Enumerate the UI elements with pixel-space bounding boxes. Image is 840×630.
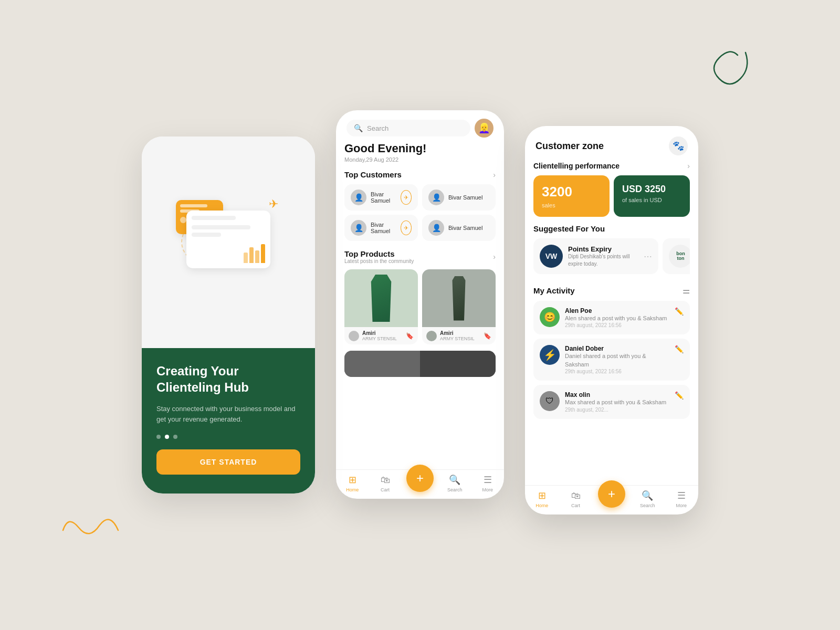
activity-item-2: ⚡ Daniel Dober Daniel shared a post with…: [533, 339, 690, 381]
send-btn-1[interactable]: ✈: [401, 190, 412, 205]
phone3-customer-zone: Customer zone 🐾 Clientelling performance…: [525, 126, 698, 514]
suggestion-desc-1: Dipti Deshikab's points will expire toda…: [568, 253, 638, 268]
stats-row: 3200 sales USD 3250 of sales in USD: [533, 175, 690, 217]
activity-name-2: Daniel Dober: [565, 345, 669, 352]
product-card-1[interactable]: Amiri ARMY STENSIL 🔖: [344, 269, 418, 344]
get-started-button[interactable]: GET STARTED: [156, 449, 300, 475]
spiral-decoration-top: [704, 42, 756, 94]
nav-home-label: Home: [346, 487, 359, 492]
nav3-more-label: More: [676, 503, 687, 508]
customer-avatar-4: 👤: [428, 220, 444, 236]
product-seller-name-2: Amiri: [440, 330, 480, 336]
seller-avatar-2: [426, 331, 437, 341]
top-products-section: Top Products Latest posts in the communi…: [344, 249, 496, 344]
fab-button-3[interactable]: +: [598, 480, 625, 508]
customer-name-4: Bivar Samuel: [448, 225, 482, 231]
more3-icon: ☰: [677, 490, 686, 501]
top-products-title: Top Products: [344, 249, 414, 258]
phone3-content: Clientelling performance › 3200 sales US…: [525, 162, 698, 485]
search-nav-icon: 🔍: [449, 474, 460, 486]
phone2-header: 🔍 Search 👱‍♀️: [336, 110, 504, 142]
activity-desc-3: Max shared a post with you & Saksham: [565, 398, 669, 406]
suggestions-row: VW Points Expiry Dipti Deshikab's points…: [533, 238, 690, 278]
nav-more-label: More: [482, 487, 493, 492]
phone2-home: 🔍 Search 👱‍♀️ Good Evening! Monday,29 Au…: [336, 110, 504, 499]
search-bar[interactable]: 🔍 Search: [346, 120, 470, 136]
phone1-illustration-area: ✈: [142, 136, 315, 348]
nav-search[interactable]: 🔍 Search: [443, 474, 466, 492]
nav3-search[interactable]: 🔍 Search: [636, 490, 659, 508]
send-btn-3[interactable]: ✈: [401, 220, 412, 235]
customer-avatar-1: 👤: [351, 190, 366, 205]
customer-card-4[interactable]: 👤 Bivar Samuel: [422, 215, 496, 241]
plane-icon: ✈: [269, 197, 278, 211]
three-dots-icon-1[interactable]: ⋯: [644, 251, 652, 261]
activity-item-3: 🛡 Max olin Max shared a post with you & …: [533, 385, 690, 418]
activity-name-1: Alen Poe: [565, 307, 669, 314]
activity-time-1: 29th august, 2022 16:56: [565, 322, 669, 328]
activity-time-2: 29th august, 2022 16:56: [565, 369, 669, 374]
nav-cart[interactable]: 🛍 Cart: [374, 475, 397, 492]
product-seller-name-1: Amiri: [362, 330, 403, 336]
product-brand-2: ARMY STENSIL: [440, 336, 480, 341]
dot-1: [156, 435, 161, 439]
nav3-home[interactable]: ⊞ Home: [530, 490, 553, 508]
bon-ton-logo: bonton: [669, 245, 690, 268]
revenue-stat-card: USD 3250 of sales in USD: [614, 175, 690, 217]
sales-label: sales: [542, 202, 601, 208]
cart-icon: 🛍: [381, 475, 390, 486]
top-customers-header: Top Customers ›: [344, 170, 496, 179]
user-avatar[interactable]: 👱‍♀️: [475, 119, 494, 138]
phone1-bottom: Creating Your Clienteling Hub Stay conne…: [142, 348, 315, 494]
customer-card-1[interactable]: 👤 Bivar Samuel ✈: [344, 184, 418, 211]
customers-chevron[interactable]: ›: [493, 171, 496, 179]
performance-chevron[interactable]: ›: [687, 162, 690, 170]
top-products-subtitle: Latest posts in the community: [344, 258, 414, 264]
top-customers-title: Top Customers: [344, 170, 402, 179]
suggestion-card-2[interactable]: bonton Po... Dip...: [663, 238, 690, 274]
search-icon: 🔍: [354, 124, 363, 132]
customer-name-3: Bivar Samuel: [371, 222, 396, 234]
dashboard-illustration: ✈: [171, 195, 286, 289]
fab-button[interactable]: +: [406, 465, 434, 492]
product-card-2[interactable]: Amiri ARMY STENSIL 🔖: [422, 269, 496, 344]
nav-more[interactable]: ☰ More: [476, 474, 499, 492]
phone3-title: Customer zone: [536, 141, 604, 152]
pagination-dots: [156, 435, 300, 439]
customer-grid: 👤 Bivar Samuel ✈ 👤 Bivar Samuel 👤 Bivar …: [344, 184, 496, 241]
more-icon: ☰: [484, 474, 492, 486]
greeting-text: Good Evening!: [344, 142, 496, 155]
products-chevron[interactable]: ›: [493, 253, 496, 261]
suggestion-card-1[interactable]: VW Points Expiry Dipti Deshikab's points…: [533, 238, 658, 274]
phone2-content: Good Evening! Monday,29 Aug 2022 Top Cus…: [336, 142, 504, 469]
performance-section: Clientelling performance › 3200 sales US…: [533, 162, 690, 217]
bookmark-icon-2[interactable]: 🔖: [484, 332, 491, 340]
performance-title: Clientelling performance: [533, 162, 620, 170]
nav-home[interactable]: ⊞ Home: [341, 474, 364, 492]
filter-icon[interactable]: ⚌: [682, 286, 690, 296]
customer-card-3[interactable]: 👤 Bivar Samuel ✈: [344, 215, 418, 241]
customer-name-1: Bivar Samuel: [371, 191, 396, 204]
bookmark-icon-1[interactable]: 🔖: [406, 332, 414, 340]
product-footer-2: Amiri ARMY STENSIL 🔖: [422, 327, 496, 344]
nav-search-label: Search: [447, 487, 463, 492]
phone1-onboarding: ✈ Creating Your Clienteling Hub Stay con…: [142, 136, 315, 494]
edit-icon-3[interactable]: ✏️: [675, 391, 684, 400]
customer-card-2[interactable]: 👤 Bivar Samuel: [422, 184, 496, 211]
activity-avatar-3: 🛡: [540, 391, 560, 411]
more-products-row: [344, 351, 496, 377]
nav3-more[interactable]: ☰ More: [670, 490, 693, 508]
phone1-title: Creating Your Clienteling Hub: [156, 363, 300, 395]
greeting-date: Monday,29 Aug 2022: [344, 156, 496, 163]
activity-info-3: Max olin Max shared a post with you & Sa…: [565, 391, 669, 412]
home-icon: ⊞: [349, 474, 356, 486]
edit-icon-1[interactable]: ✏️: [675, 307, 684, 316]
edit-icon-2[interactable]: ✏️: [675, 345, 684, 353]
home3-icon: ⊞: [538, 490, 546, 501]
phone3-nav: ⊞ Home 🛍 Cart + 🔍 Search ☰ More: [525, 485, 698, 514]
nav3-cart[interactable]: 🛍 Cart: [564, 490, 587, 508]
paw-icon[interactable]: 🐾: [669, 136, 688, 155]
customer-avatar-3: 👤: [351, 220, 366, 236]
nav3-search-label: Search: [640, 503, 655, 508]
revenue-amount: USD 3250: [622, 184, 681, 195]
